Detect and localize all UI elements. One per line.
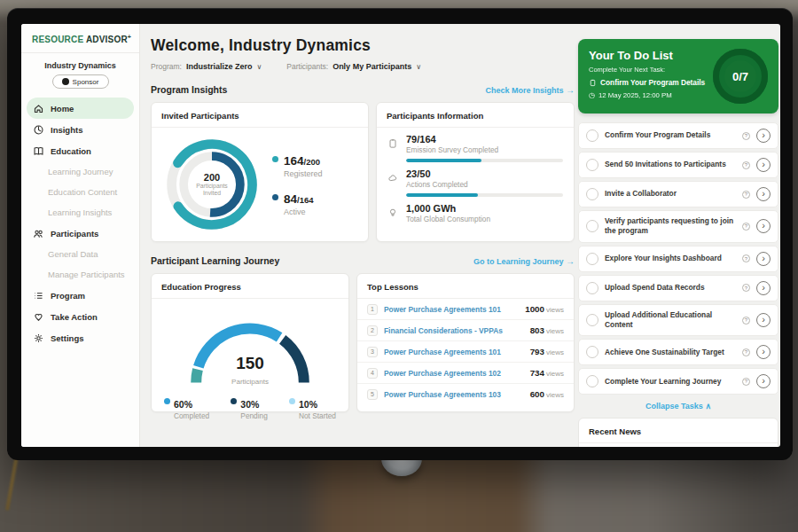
sidebar-item[interactable]: Education: [27, 140, 134, 161]
help-icon[interactable]: ?: [742, 317, 750, 325]
program-filter[interactable]: Program: Industrialize Zero ∨: [151, 62, 262, 71]
lesson-rank: 5: [367, 389, 378, 400]
go-to-learning-journey-link[interactable]: Go to Learning Journey →: [473, 256, 575, 266]
sidebar-menu: Home Insights Education Learning Journey…: [21, 96, 139, 350]
help-icon[interactable]: ?: [742, 284, 750, 292]
task-checkbox[interactable]: [586, 129, 598, 142]
section-title: Program Insights: [151, 84, 227, 95]
task-checkbox[interactable]: [586, 188, 598, 200]
todo-task-row[interactable]: Achieve One Sustainability Target ? ›: [578, 339, 778, 365]
participants-information-card: Participants Information 79/164 Emission…: [376, 102, 575, 242]
task-chevron-button[interactable]: ›: [756, 252, 771, 266]
teal-dot-icon: [272, 156, 278, 162]
gauge-value: 150: [172, 355, 328, 372]
dashboard-screen: RESOURCE ADVISOR+ Industry Dynamics Spon…: [21, 24, 780, 447]
education-legend-item: 60% Completed: [164, 395, 209, 420]
task-checkbox[interactable]: [586, 220, 598, 232]
emission-progress-bar: [406, 159, 563, 162]
education-legend-item: 30% Pending: [231, 395, 267, 420]
lesson-rank: 4: [367, 368, 378, 379]
sidebar-item[interactable]: Home: [27, 98, 134, 119]
logo-plus: +: [128, 34, 131, 40]
help-icon[interactable]: ?: [742, 254, 750, 262]
task-chevron-button[interactable]: ›: [756, 345, 771, 359]
help-icon[interactable]: ?: [742, 223, 750, 231]
todo-task-row[interactable]: Explore Your Insights Dashboard ? ›: [578, 246, 778, 272]
consumption-row: 1,000 GWh Total Global Consumption: [387, 203, 563, 223]
task-checkbox[interactable]: [586, 314, 598, 326]
lesson-link[interactable]: Power Purchase Agreements 101: [384, 305, 519, 314]
todo-task-row[interactable]: Send 50 Invitations to Participants ? ›: [578, 152, 778, 178]
task-checkbox[interactable]: [586, 375, 598, 387]
lesson-views: 734views: [530, 368, 564, 378]
lesson-row: 3 Power Purchase Agreements 101 793views: [357, 341, 574, 363]
lesson-rank: 2: [367, 325, 378, 336]
lesson-link[interactable]: Financial Considerations - VPPAs: [384, 326, 524, 335]
lesson-link[interactable]: Power Purchase Agreements 101: [384, 348, 524, 356]
task-checkbox[interactable]: [586, 253, 598, 265]
todo-task-row[interactable]: Invite a Collaborator ? ›: [578, 181, 778, 207]
help-icon[interactable]: ?: [742, 191, 750, 199]
todo-task-row[interactable]: Confirm Your Program Details ? ›: [578, 122, 778, 149]
invited-total: 200: [204, 172, 220, 183]
task-chevron-button[interactable]: ›: [756, 374, 771, 388]
collapse-tasks-link[interactable]: Collapse Tasks ∧: [578, 402, 778, 411]
task-checkbox[interactable]: [586, 282, 598, 294]
help-icon[interactable]: ?: [742, 378, 750, 386]
learning-journey-header: Participant Learning Journey Go to Learn…: [151, 255, 575, 266]
task-chevron-button[interactable]: ›: [756, 129, 771, 143]
sponsor-badge[interactable]: Sponsor: [52, 74, 109, 89]
arrow-right-icon: →: [566, 85, 575, 95]
task-chevron-button[interactable]: ›: [756, 281, 771, 295]
task-due-date: ◷ 12 May 2025, 12:00 PM: [589, 91, 708, 99]
lesson-link[interactable]: Power Purchase Agreements 102: [384, 369, 524, 378]
task-checkbox[interactable]: [586, 346, 598, 358]
sidebar-item[interactable]: Education Content: [27, 182, 134, 202]
sidebar-item[interactable]: Learning Insights: [27, 202, 134, 223]
take-action-icon: [33, 311, 44, 323]
lesson-row: 1 Power Purchase Agreements 101 1000view…: [357, 299, 574, 320]
sidebar-item[interactable]: Participants: [27, 223, 134, 244]
section-title: Participant Learning Journey: [151, 255, 279, 266]
check-more-insights-link[interactable]: Check More Insights →: [485, 85, 575, 95]
lesson-views: 803views: [530, 325, 564, 335]
recent-news-card: Recent News: [578, 418, 778, 447]
sidebar-item[interactable]: General Data: [27, 244, 134, 264]
journey-cards-row: Education Progress 150 Participants: [151, 273, 575, 412]
lesson-link[interactable]: Power Purchase Agreements 103: [384, 390, 524, 399]
education-progress-card: Education Progress 150 Participants: [151, 273, 349, 412]
sidebar-item[interactable]: Program: [27, 285, 134, 306]
legend-dot-icon: [231, 398, 237, 404]
task-chevron-button[interactable]: ›: [756, 219, 771, 233]
app-logo: RESOURCE ADVISOR+: [21, 24, 139, 53]
task-chevron-button[interactable]: ›: [756, 313, 771, 327]
lesson-views: 793views: [530, 347, 564, 356]
task-checkbox[interactable]: [586, 159, 598, 171]
chevron-down-icon: ∨: [256, 63, 262, 71]
task-chevron-button[interactable]: ›: [756, 187, 771, 201]
todo-task-row[interactable]: Upload Additional Educational Content ? …: [578, 304, 778, 337]
help-icon[interactable]: ?: [742, 132, 750, 140]
sidebar-item[interactable]: Insights: [27, 119, 134, 140]
sidebar-item[interactable]: Take Action: [27, 306, 134, 327]
todo-task-row[interactable]: Verify participants requesting to join t…: [578, 210, 778, 243]
lesson-row: 2 Financial Considerations - VPPAs 803vi…: [357, 320, 574, 341]
lesson-views: 1000views: [525, 304, 564, 314]
education-legend: 60% Completed 30% Pending 10% Not Starte…: [152, 387, 348, 420]
monitor-bezel: RESOURCE ADVISOR+ Industry Dynamics Spon…: [7, 8, 793, 460]
todo-task-row[interactable]: Complete Your Learning Journey ? ›: [578, 368, 778, 395]
todo-task-row[interactable]: Upload Spend Data Records ? ›: [578, 275, 778, 301]
todo-summary-card: Your To Do List Complete Your Next Task:…: [578, 39, 778, 113]
help-icon[interactable]: ?: [742, 161, 750, 169]
lesson-rank: 3: [367, 347, 378, 357]
participants-filter[interactable]: Participants: Only My Participants ∨: [286, 62, 421, 71]
help-icon[interactable]: ?: [742, 348, 750, 356]
education-icon: [33, 145, 44, 157]
legend-dot-icon: [289, 398, 295, 404]
sidebar-item[interactable]: Settings: [27, 327, 134, 348]
task-chevron-button[interactable]: ›: [756, 158, 771, 172]
sidebar-item[interactable]: Learning Journey: [27, 161, 134, 182]
insights-icon: [33, 124, 44, 136]
survey-clipboard-icon: [387, 134, 399, 162]
sidebar-item[interactable]: Manage Participants: [27, 264, 134, 285]
